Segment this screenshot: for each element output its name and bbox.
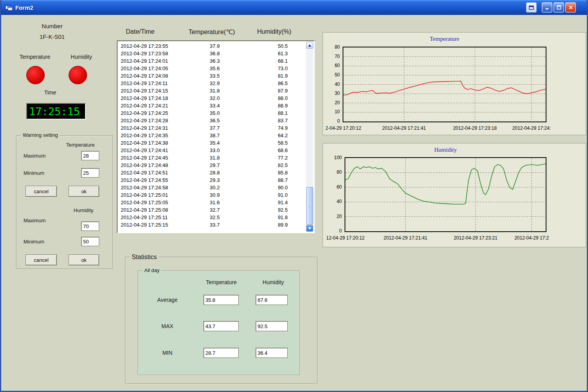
tray-button[interactable]	[526, 2, 537, 13]
table-row[interactable]: 2012-04-29 17:24:2535.088.1	[118, 109, 306, 117]
table-row[interactable]: 2012-04-29 17:24:1531.887.9	[118, 87, 306, 94]
table-row[interactable]: 2012-04-29 17:23:5537.950.5	[118, 42, 306, 50]
table-row[interactable]: 2012-04-29 17:24:0535.673.0	[118, 65, 306, 72]
temperature-chart-panel: Temperature 010203040506070802-04-29 17:…	[323, 32, 586, 135]
table-cell: 81.9	[260, 72, 306, 80]
min-temperature-value[interactable]	[203, 348, 239, 358]
scrollbar-thumb[interactable]	[306, 187, 313, 225]
table-cell: 88.0	[260, 94, 306, 102]
temperature-maximum-label: Maximum	[24, 153, 45, 159]
y-tick-label: 40	[323, 82, 340, 87]
table-cell: 38.7	[193, 132, 236, 139]
table-cell: 2012-04-29 17:24:15	[118, 87, 193, 94]
humidity-maximum-input[interactable]	[81, 221, 99, 231]
table-cell: 29.3	[193, 176, 236, 184]
table-cell: 91.4	[260, 199, 306, 206]
close-button[interactable]	[565, 2, 576, 13]
table-cell: 77.2	[260, 154, 306, 162]
table-row[interactable]: 2012-04-29 17:24:1132.986.5	[118, 80, 306, 87]
temperature-maximum-input[interactable]	[81, 151, 99, 160]
table-cell: 91.0	[260, 191, 306, 199]
table-cell: 90.0	[260, 184, 306, 191]
table-cell: 31.8	[193, 154, 236, 162]
table-cell: 2012-04-29 17:24:58	[118, 184, 193, 191]
table-row[interactable]: 2012-04-29 17:23:5836.861.3	[118, 50, 306, 57]
table-cell: 36.8	[193, 50, 236, 57]
humidity-cancel-button[interactable]: cancel	[25, 254, 57, 265]
table-row[interactable]: 2012-04-29 17:24:5128.885.8	[118, 169, 306, 176]
x-tick-label: 2012-04-29 17:24:	[512, 125, 551, 131]
scroll-down-button[interactable]	[306, 225, 313, 232]
table-cell: 92.5	[260, 206, 306, 214]
max-humidity-value[interactable]	[256, 321, 288, 331]
log-list[interactable]: 2012-04-29 17:23:5537.950.52012-04-29 17…	[117, 40, 315, 233]
table-cell: 86.5	[260, 80, 306, 87]
digital-clock: 17:25:15	[26, 103, 86, 120]
table-row[interactable]: 2012-04-29 17:25:1132.591.8	[118, 214, 306, 221]
temperature-chart-plot	[343, 47, 546, 122]
table-row[interactable]: 2012-04-29 17:24:1832.088.0	[118, 94, 306, 102]
table-cell: 82.5	[260, 162, 306, 169]
average-temperature-value[interactable]	[203, 295, 239, 305]
table-cell: 2012-04-29 17:25:11	[118, 214, 193, 221]
warning-setting-title: Warning setting	[21, 132, 60, 138]
humidity-maximum-label: Maximum	[24, 218, 45, 223]
table-cell: 32.0	[193, 94, 236, 102]
table-cell: 37.7	[193, 124, 236, 132]
scroll-up-button[interactable]	[306, 42, 313, 49]
table-row[interactable]: 2012-04-29 17:24:0833.581.9	[118, 72, 306, 80]
table-row[interactable]: 2012-04-29 17:24:3538.764.2	[118, 132, 306, 139]
all-day-title: All day	[142, 267, 162, 273]
temperature-cancel-button[interactable]: cancel	[25, 186, 57, 197]
temperature-minimum-input[interactable]	[81, 168, 99, 178]
number-label: Number	[23, 23, 82, 29]
table-cell: 35.0	[193, 109, 236, 117]
table-row[interactable]: 2012-04-29 17:24:3835.458.5	[118, 139, 306, 147]
table-cell: 2012-04-29 17:24:41	[118, 147, 193, 154]
table-cell: 31.8	[193, 87, 236, 94]
humidity-chart-title: Humidity	[345, 147, 546, 153]
header-temperature: Temperature(℃)	[189, 28, 235, 36]
title-bar[interactable]: Form2	[1, 0, 587, 15]
table-cell: 32.7	[193, 206, 236, 214]
table-row[interactable]: 2012-04-29 17:24:4133.068.6	[118, 147, 306, 154]
table-row[interactable]: 2012-04-29 17:24:2133.488.9	[118, 102, 306, 109]
scrollbar[interactable]	[306, 42, 313, 232]
table-cell: 35.6	[193, 65, 236, 72]
table-row[interactable]: 2012-04-29 17:24:5529.388.7	[118, 176, 306, 184]
table-row[interactable]: 2012-04-29 17:25:0130.991.0	[118, 191, 306, 199]
table-cell: 58.5	[260, 139, 306, 147]
minimize-button[interactable]	[542, 2, 552, 13]
x-tick-label: 2012-04-29 17:23:18	[453, 125, 497, 131]
table-row[interactable]: 2012-04-29 17:24:3137.774.9	[118, 124, 306, 132]
table-row[interactable]: 2012-04-29 17:25:0531.691.4	[118, 199, 306, 206]
table-cell: 85.8	[260, 169, 306, 176]
table-cell: 37.9	[193, 42, 236, 50]
table-cell: 2012-04-29 17:24:11	[118, 80, 193, 87]
humidity-ok-button[interactable]: ok	[69, 254, 99, 265]
table-row[interactable]: 2012-04-29 17:24:4531.877.2	[118, 154, 306, 162]
table-row[interactable]: 2012-04-29 17:24:5830.290.0	[118, 184, 306, 191]
table-cell: 2012-04-29 17:24:31	[118, 124, 193, 132]
table-row[interactable]: 2012-04-29 17:24:4829.782.5	[118, 162, 306, 169]
all-day-group: All day Temperature Humidity Average MAX…	[138, 270, 300, 376]
table-row[interactable]: 2012-04-29 17:24:2836.583.7	[118, 117, 306, 124]
temperature-alarm-lamp	[26, 66, 45, 84]
table-cell: 33.4	[193, 102, 236, 109]
y-tick-label: 30	[323, 91, 340, 96]
humidity-minimum-input[interactable]	[81, 237, 99, 246]
statistics-group: Statistics All day Temperature Humidity …	[125, 257, 318, 384]
stats-min-label: MIN	[148, 350, 187, 356]
min-humidity-value[interactable]	[256, 348, 288, 358]
table-row[interactable]: 2012-04-29 17:25:0832.792.5	[118, 206, 306, 214]
maximize-button[interactable]	[554, 2, 564, 13]
statistics-title: Statistics	[130, 254, 159, 261]
table-row[interactable]: 2012-04-29 17:24:0136.368.1	[118, 57, 306, 65]
average-humidity-value[interactable]	[256, 295, 288, 305]
max-temperature-value[interactable]	[203, 321, 239, 331]
table-row[interactable]: 2012-04-29 17:25:1533.789.9	[118, 221, 306, 229]
temperature-ok-button[interactable]: ok	[69, 186, 99, 197]
y-tick-label: 10	[323, 109, 340, 114]
x-tick-label: 2012-04-29 17:23:21	[454, 235, 497, 241]
y-tick-label: 60	[323, 63, 340, 68]
